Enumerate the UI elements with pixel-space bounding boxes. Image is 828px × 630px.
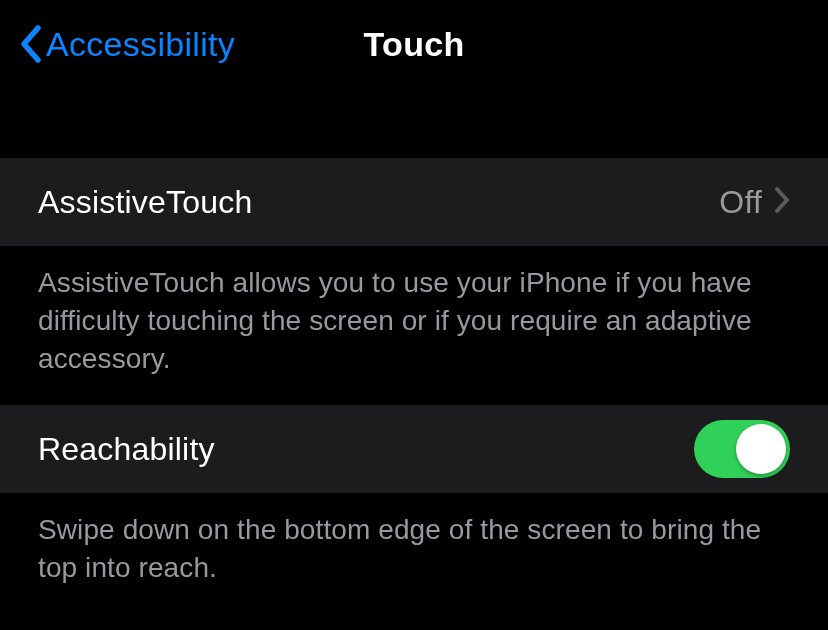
reachability-label: Reachability bbox=[38, 431, 694, 468]
back-button[interactable]: Accessibility bbox=[0, 24, 235, 64]
bottom-spacer bbox=[0, 615, 828, 630]
assistive-touch-footer-text: AssistiveTouch allows you to use your iP… bbox=[38, 264, 790, 377]
assistive-touch-label: AssistiveTouch bbox=[38, 184, 719, 221]
reachability-footer-text: Swipe down on the bottom edge of the scr… bbox=[38, 511, 790, 587]
page-title: Touch bbox=[364, 25, 465, 64]
reachability-footer: Swipe down on the bottom edge of the scr… bbox=[0, 493, 828, 615]
assistive-touch-cell[interactable]: AssistiveTouch Off bbox=[0, 158, 828, 246]
chevron-left-icon bbox=[18, 24, 42, 64]
back-label: Accessibility bbox=[46, 25, 235, 64]
chevron-right-icon bbox=[774, 186, 790, 219]
assistive-touch-footer: AssistiveTouch allows you to use your iP… bbox=[0, 246, 828, 405]
reachability-cell: Reachability bbox=[0, 405, 828, 493]
reachability-toggle[interactable] bbox=[694, 420, 790, 478]
toggle-knob bbox=[736, 424, 786, 474]
spacer bbox=[0, 88, 828, 158]
assistive-touch-value: Off bbox=[719, 184, 762, 221]
header: Accessibility Touch bbox=[0, 0, 828, 88]
